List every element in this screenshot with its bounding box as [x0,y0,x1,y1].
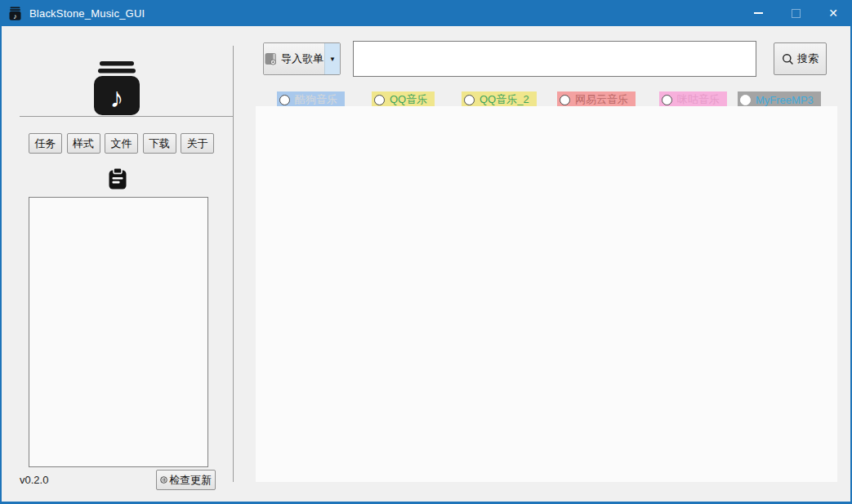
maximize-button[interactable] [777,0,814,26]
radio-circle-icon [374,95,385,105]
source-radio-myfreemp3[interactable]: MyFreeMP3 [738,91,821,108]
radio-circle-icon [662,95,672,105]
radio-circle-icon [740,95,751,105]
source-radio-qq2[interactable]: QQ音乐_2 [462,91,537,108]
tab-style[interactable]: 样式 [67,133,100,154]
version-label: v0.2.0 [20,474,48,486]
tab-download[interactable]: 下载 [143,133,176,154]
radio-circle-icon [279,95,290,105]
import-dropdown-button[interactable]: ▼ [325,43,340,74]
task-list-icon [108,167,127,190]
maximize-icon [792,9,801,18]
close-button[interactable]: ✕ [814,0,852,26]
chevron-down-icon: ▼ [329,56,336,63]
search-button[interactable]: 搜索 [774,42,827,75]
task-listbox[interactable] [29,197,208,467]
source-radio-kugou[interactable]: 酷狗音乐 [277,91,345,108]
source-label: 酷狗音乐 [295,92,337,107]
update-list-icon [160,474,167,486]
minimize-button[interactable] [739,0,777,26]
source-label: QQ音乐_2 [480,92,529,107]
search-button-label: 搜索 [797,51,819,66]
check-update-label: 检查更新 [169,473,212,488]
source-label: MyFreeMP3 [756,94,814,106]
import-playlist-label: 导入歌单 [281,51,323,66]
sidebar: ♪ 任务 样式 文件 下载 关于 v0.2.0 [2,26,233,502]
app-window: ♪ BlackStone_Music_GUI ✕ ♪ 任务 样式 文件 下载 关… [0,0,852,504]
minimize-icon [754,12,763,14]
sidebar-nav: 任务 样式 文件 下载 关于 [29,133,214,154]
check-update-button[interactable]: 检查更新 [156,470,216,490]
search-input[interactable] [353,41,756,77]
source-label: 网易云音乐 [575,92,628,107]
panel-divider [233,46,234,482]
source-label: QQ音乐 [390,92,427,107]
source-radio-netease[interactable]: 网易云音乐 [557,91,636,108]
app-logo-icon: ♪ [8,7,22,20]
svg-text:♪: ♪ [110,82,124,113]
source-radio-qq[interactable]: QQ音乐 [372,91,435,108]
window-title: BlackStone_Music_GUI [29,7,145,20]
close-icon: ✕ [828,7,838,19]
radio-circle-icon [464,95,475,105]
svg-text:♪: ♪ [13,12,17,20]
radio-circle-icon [560,95,570,105]
source-label: 咪咕音乐 [677,92,720,107]
tab-about[interactable]: 关于 [181,133,214,154]
import-playlist-split-button: 导入歌单 ▼ [263,42,341,75]
tab-files[interactable]: 文件 [105,133,138,154]
import-playlist-button[interactable]: 导入歌单 [264,43,325,74]
window-controls: ✕ [739,0,852,26]
titlebar: ♪ BlackStone_Music_GUI ✕ [0,0,852,26]
sidebar-divider [20,116,233,117]
source-radio-migu[interactable]: 咪咕音乐 [659,91,727,108]
song-list-area[interactable] [256,106,837,482]
search-icon [782,53,794,65]
import-playlist-icon [265,52,277,65]
app-logo: ♪ [92,60,141,116]
tab-tasks[interactable]: 任务 [29,133,62,154]
